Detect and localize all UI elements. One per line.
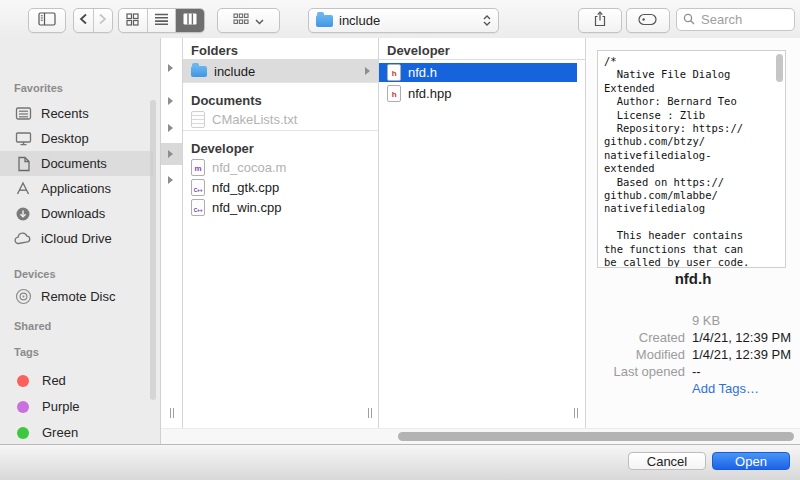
sidebar-toggle-icon xyxy=(38,12,56,29)
sidebar-tag-purple[interactable]: Purple xyxy=(0,394,153,419)
sidebar-item-downloads[interactable]: Downloads xyxy=(0,201,153,226)
folder-icon xyxy=(191,66,207,77)
disclosure-arrow-icon xyxy=(365,67,370,75)
file-row-nfd-hpp[interactable]: h nfd.hpp xyxy=(379,84,585,103)
column-resize-handle[interactable] xyxy=(572,408,580,420)
tags-button[interactable] xyxy=(626,8,670,33)
applications-icon xyxy=(14,180,32,198)
view-mode-group xyxy=(118,8,205,33)
folder-icon xyxy=(316,15,333,27)
section-label-favorites: Favorites xyxy=(14,82,63,95)
column-view-icon xyxy=(183,13,197,28)
toggle-sidebar-button[interactable] xyxy=(28,8,66,33)
chevron-left-icon xyxy=(79,13,88,28)
tag-label: Red xyxy=(42,373,66,388)
column-resize-handle[interactable] xyxy=(168,408,176,420)
tag-label: Purple xyxy=(42,399,80,414)
sidebar-item-label: Downloads xyxy=(41,206,105,221)
arrange-button[interactable] xyxy=(217,8,280,33)
sidebar-item-applications[interactable]: Applications xyxy=(0,176,153,201)
file-name: nfd.hpp xyxy=(408,86,451,101)
column-group-header: Developer xyxy=(379,38,585,60)
chevron-down-icon xyxy=(255,13,264,28)
file-name: CMakeLists.txt xyxy=(212,112,297,127)
sidebar-item-desktop[interactable]: Desktop xyxy=(0,126,153,151)
file-name: nfd_gtk.cpp xyxy=(212,180,279,195)
horizontal-scrollbar-thumb[interactable] xyxy=(398,432,794,441)
browser-column-folders: Folders include Documents CMakeLists.txt… xyxy=(183,38,379,428)
cancel-button[interactable]: Cancel xyxy=(628,452,706,470)
disclosure-arrow-icon xyxy=(168,97,173,105)
downloads-icon xyxy=(14,205,32,223)
popup-updown-icon xyxy=(483,15,491,26)
preview-scrollbar-thumb[interactable] xyxy=(776,54,783,82)
cpp-file-icon: C++ xyxy=(191,179,205,196)
sidebar-item-remote-disc[interactable]: Remote Disc xyxy=(0,284,153,309)
metadata-value: 1/4/21, 12:39 PM xyxy=(692,329,791,346)
file-row-nfd-win[interactable]: C++ nfd_win.cpp xyxy=(183,197,378,217)
sidebar-item-label: Desktop xyxy=(41,131,89,146)
sidebar-item-label: Documents xyxy=(41,156,107,171)
file-row-cmakelists[interactable]: CMakeLists.txt xyxy=(183,109,378,130)
disclosure-arrow-icon xyxy=(168,64,173,72)
add-tags-link[interactable]: Add Tags… xyxy=(692,380,759,397)
grid-view-icon xyxy=(126,13,139,29)
file-row-nfd-cocoa[interactable]: m nfd_cocoa.m xyxy=(183,157,378,177)
metadata-row-size: 9 KB xyxy=(586,312,800,329)
sidebar-item-label: iCloud Drive xyxy=(41,231,112,246)
share-button[interactable] xyxy=(578,8,622,33)
sidebar-tag-red[interactable]: Red xyxy=(0,368,153,393)
metadata-row-tags: Add Tags… xyxy=(586,380,800,397)
back-button[interactable] xyxy=(74,9,93,32)
open-file-dialog: include Favorites Recents Desktop xyxy=(0,0,800,480)
purple-tag-icon xyxy=(17,401,29,413)
preview-file-name: nfd.h xyxy=(586,270,800,287)
metadata-row-created: Created 1/4/21, 12:39 PM xyxy=(586,329,800,346)
metadata-value: -- xyxy=(692,363,701,380)
list-view-button[interactable] xyxy=(147,9,176,32)
metadata-label: Last opened xyxy=(586,363,692,380)
column-group-header: Developer xyxy=(183,131,378,157)
sidebar-item-recents[interactable]: Recents xyxy=(0,101,153,126)
icon-view-button[interactable] xyxy=(119,9,147,32)
sidebar-tag-green[interactable]: Green xyxy=(0,420,153,444)
header-file-icon: h xyxy=(387,85,401,102)
sidebar-item-documents[interactable]: Documents xyxy=(0,151,153,176)
file-row-include[interactable]: include xyxy=(183,60,378,82)
metadata-value: 1/4/21, 12:39 PM xyxy=(692,346,791,363)
column-group-header: Folders xyxy=(183,38,378,60)
text-file-icon xyxy=(191,111,205,128)
section-label-tags: Tags xyxy=(14,346,39,359)
horizontal-scrollbar[interactable] xyxy=(161,428,800,444)
disclosure-arrow-icon xyxy=(168,150,173,158)
section-label-shared: Shared xyxy=(14,320,51,333)
file-name: nfd_win.cpp xyxy=(212,200,281,215)
open-button[interactable]: Open xyxy=(712,452,790,470)
file-name: nfd.h xyxy=(408,65,437,80)
code-preview-text: /* Native File Dialog Extended Author: B… xyxy=(598,51,785,268)
file-row-nfd-gtk[interactable]: C++ nfd_gtk.cpp xyxy=(183,177,378,197)
file-metadata: 9 KB Created 1/4/21, 12:39 PM Modified 1… xyxy=(586,312,800,397)
file-row-nfd-h[interactable]: h nfd.h xyxy=(379,63,577,82)
preview-pane: /* Native File Dialog Extended Author: B… xyxy=(586,38,800,428)
current-folder-popup[interactable]: include xyxy=(308,8,499,33)
sidebar-scrollbar-thumb[interactable] xyxy=(150,100,156,400)
column-resize-handle[interactable] xyxy=(366,408,374,420)
sidebar-item-label: Recents xyxy=(41,106,89,121)
list-view-icon xyxy=(155,13,168,28)
forward-button[interactable] xyxy=(93,9,113,32)
current-folder-label: include xyxy=(339,13,380,28)
history-nav-group xyxy=(73,8,113,33)
group-by-icon xyxy=(233,13,249,28)
toolbar: include xyxy=(0,0,800,39)
sidebar-item-icloud-drive[interactable]: iCloud Drive xyxy=(0,226,153,251)
column-view-button[interactable] xyxy=(175,9,204,32)
search-field-wrap xyxy=(676,8,795,31)
disclosure-arrow-icon xyxy=(168,124,173,132)
file-name: nfd_cocoa.m xyxy=(212,160,286,175)
metadata-label: Modified xyxy=(586,346,692,363)
browser-column-developer: Developer h nfd.h h nfd.hpp xyxy=(379,38,586,428)
header-file-icon: h xyxy=(387,64,401,81)
chevron-right-icon xyxy=(98,13,107,28)
sidebar-item-label: Remote Disc xyxy=(41,289,115,304)
